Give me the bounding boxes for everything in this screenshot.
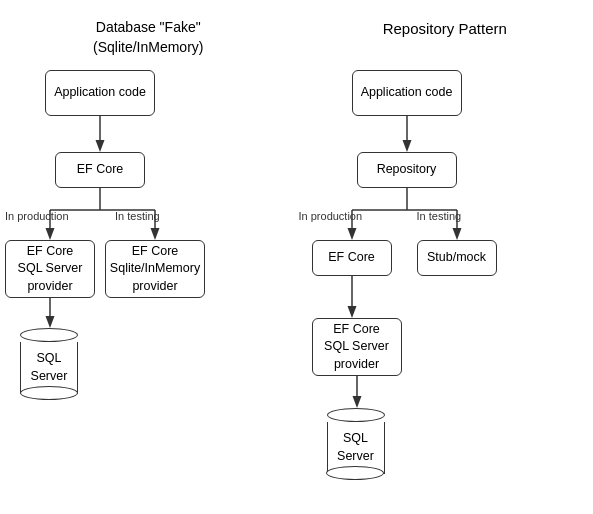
right-repository-label: Repository [377, 161, 437, 179]
left-title-line1: Database "Fake" [96, 19, 201, 35]
left-cyl-bottom [20, 386, 78, 400]
left-app-code-label: Application code [54, 84, 146, 102]
right-cyl-top [327, 408, 385, 422]
right-repository-box: Repository [357, 152, 457, 188]
left-title: Database "Fake" (Sqlite/InMemory) [0, 8, 297, 57]
right-stub-mock-box: Stub/mock [417, 240, 497, 276]
left-title-line2: (Sqlite/InMemory) [93, 39, 203, 55]
right-cylinder-wrap: SQL Server [327, 408, 385, 474]
left-app-code-box: Application code [45, 70, 155, 116]
left-cyl-label: SQL Server [21, 350, 77, 385]
left-in-production-label: In production [5, 210, 69, 222]
right-in-production-label: In production [299, 210, 363, 222]
left-ef-core-box: EF Core [55, 152, 145, 188]
right-cyl-bottom [326, 466, 384, 480]
left-diagram: Database "Fake" (Sqlite/InMemory) Applic… [0, 0, 297, 514]
right-ef-core-box: EF Core [312, 240, 392, 276]
left-ef-core-label: EF Core [77, 161, 124, 179]
right-in-testing-label: In testing [417, 210, 462, 222]
right-app-code-box: Application code [352, 70, 462, 116]
diagram-container: Database "Fake" (Sqlite/InMemory) Applic… [0, 0, 593, 514]
right-diagram: Repository Pattern Application code Repo… [297, 0, 594, 514]
left-cylinder-wrap: SQL Server [20, 328, 78, 394]
left-sqlite-provider-box: EF Core Sqlite/InMemory provider [105, 240, 205, 298]
right-sql-provider-box: EF Core SQL Server provider [312, 318, 402, 376]
right-cyl-label: SQL Server [328, 430, 384, 465]
left-sqlite-provider-label: EF Core Sqlite/InMemory provider [110, 243, 200, 296]
left-sql-provider-box: EF Core SQL Server provider [5, 240, 95, 298]
left-cyl-body: SQL Server [20, 342, 78, 394]
right-stub-mock-label: Stub/mock [427, 249, 486, 267]
left-cyl-top [20, 328, 78, 342]
left-sql-provider-label: EF Core SQL Server provider [18, 243, 83, 296]
right-title-label: Repository Pattern [383, 20, 507, 37]
right-ef-core-label: EF Core [328, 249, 375, 267]
right-sql-provider-label: EF Core SQL Server provider [324, 321, 389, 374]
right-cyl-body: SQL Server [327, 422, 385, 474]
right-title: Repository Pattern [297, 8, 594, 39]
left-in-testing-label: In testing [115, 210, 160, 222]
right-app-code-label: Application code [361, 84, 453, 102]
